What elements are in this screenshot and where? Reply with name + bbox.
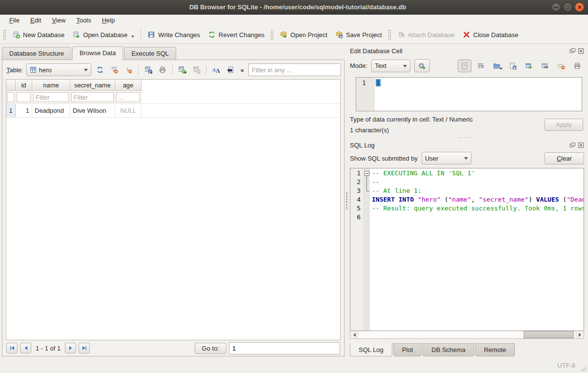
set-null-button[interactable] (554, 60, 568, 72)
open-database-button[interactable]: Open Database (68, 28, 138, 41)
sql-log-content[interactable]: -- EXECUTING ALL IN 'SQL 1'---- At line … (370, 168, 584, 331)
menu-edit[interactable]: Edit (25, 15, 46, 25)
scroll-left-arrow[interactable] (350, 331, 358, 338)
browse-data-frame: Table: hero (2, 60, 345, 356)
close-database-button[interactable]: Close Database (459, 28, 523, 41)
menu-tools[interactable]: Tools (71, 15, 96, 25)
cell-editor-content[interactable]: 1 (375, 78, 582, 111)
sql-log-editor[interactable]: 123456 -- EXECUTING ALL IN 'SQL 1'---- A… (350, 168, 584, 331)
open-project-button[interactable]: Open Project (276, 28, 331, 41)
row-number-cell[interactable]: 1 (6, 104, 16, 117)
write-changes-button[interactable]: Write Changes (143, 28, 204, 41)
tab-execute-sql[interactable]: Execute SQL (124, 47, 176, 60)
clear-log-button[interactable]: Clear (545, 152, 584, 165)
toolbar-drag-handle[interactable] (388, 29, 391, 40)
close-dock-icon[interactable] (578, 142, 584, 148)
copy-url-button[interactable] (538, 60, 552, 72)
table-select[interactable]: hero (26, 63, 91, 76)
left-panel: Database Structure Browse Data Execute S… (0, 44, 345, 358)
fold-marker-start[interactable] (363, 169, 370, 178)
controls-separator (138, 64, 139, 75)
word-wrap-button[interactable] (474, 60, 487, 72)
log-line-number: 5 (350, 204, 361, 213)
log-code-line: -- At line 1: (372, 186, 584, 195)
dock-tab-sql-log[interactable]: SQL Log (350, 343, 392, 356)
column-header-id[interactable]: id (16, 80, 32, 91)
print-table-button[interactable] (157, 63, 168, 76)
new-database-button[interactable]: New Database (8, 28, 68, 41)
clear-filter-icon (110, 66, 118, 74)
tab-database-structure[interactable]: Database Structure (2, 47, 71, 60)
mode-select[interactable]: Text (371, 60, 410, 72)
cell-editor[interactable]: 1 1 (356, 77, 582, 111)
print-cell-button[interactable] (570, 60, 584, 72)
text-mode-button[interactable] (458, 60, 471, 72)
resize-grip[interactable] (580, 365, 587, 372)
menu-file[interactable]: File (4, 15, 25, 25)
export-table-button[interactable] (142, 63, 154, 76)
menu-help[interactable]: Help (97, 15, 121, 25)
panel-splitter[interactable] (345, 44, 349, 358)
cell-name[interactable]: Deadpond (32, 104, 70, 117)
cell-id[interactable]: 1 (16, 104, 32, 117)
scrollbar-track[interactable] (358, 331, 576, 338)
table-icon (30, 66, 37, 73)
goto-input[interactable] (229, 342, 340, 354)
export-cell-data-button[interactable] (506, 60, 520, 72)
float-dock-icon[interactable] (569, 142, 576, 148)
minimize-button[interactable] (551, 2, 561, 12)
insert-record-button[interactable] (176, 63, 187, 76)
dock-tab-remote[interactable]: Remote (475, 343, 515, 356)
next-page-button[interactable] (65, 343, 76, 353)
menu-view[interactable]: View (46, 15, 71, 25)
close-dock-icon[interactable] (578, 48, 584, 54)
import-cell-data-button[interactable] (490, 60, 504, 72)
font-settings-button[interactable]: AA (210, 63, 222, 76)
find-in-table-button[interactable] (224, 63, 236, 76)
toolbar-drag-handle[interactable] (270, 29, 274, 40)
scrollbar-thumb[interactable] (524, 331, 574, 338)
clear-filters-button[interactable] (108, 63, 120, 76)
maximize-button[interactable] (563, 2, 572, 12)
submitted-by-select[interactable]: User (422, 152, 471, 165)
edit-cell-dock-header: Edit Database Cell (350, 46, 584, 55)
close-button[interactable] (575, 2, 584, 12)
log-code-line: INSERT INTO "hero" ("name", "secret_name… (372, 195, 584, 204)
goto-button[interactable]: Go to: (195, 343, 226, 354)
dock-tab-plot[interactable]: Plot (393, 343, 422, 356)
grid-corner-cell[interactable] (6, 80, 16, 91)
column-header-age[interactable]: age (115, 80, 142, 91)
cell-secret-name[interactable]: Dive Wilson (70, 104, 115, 117)
toolbar-overflow-button[interactable]: » (239, 66, 245, 74)
pagination-bar: 1 - 1 of 1 Go to: (2, 340, 344, 356)
sql-log-fold-margin[interactable] (363, 168, 370, 331)
dock-tab-db-schema[interactable]: DB Schema (423, 343, 474, 356)
column-header-name[interactable]: name (32, 80, 70, 91)
first-page-button[interactable] (6, 343, 18, 353)
filter-input-name[interactable] (33, 92, 69, 102)
last-page-button[interactable] (79, 343, 90, 353)
refresh-button[interactable] (94, 63, 105, 76)
clear-sort-button[interactable] (123, 63, 134, 76)
float-dock-icon[interactable] (569, 48, 576, 54)
scroll-right-arrow[interactable] (576, 331, 584, 338)
filter-input-secret-name[interactable] (71, 92, 114, 102)
sql-log-hscrollbar[interactable] (350, 331, 584, 339)
dock-splitter[interactable] (350, 134, 584, 141)
filter-input-age[interactable] (116, 92, 140, 102)
filter-input-rownum[interactable] (7, 92, 14, 102)
new-database-icon (12, 31, 20, 39)
cell-age[interactable]: NULL (115, 104, 142, 117)
revert-changes-button[interactable]: Revert Changes (204, 28, 268, 41)
filter-any-column-input[interactable] (248, 63, 341, 76)
tab-browse-data[interactable]: Browse Data (72, 46, 123, 60)
open-database-dropdown-arrow[interactable] (131, 36, 134, 39)
toolbar-drag-handle[interactable] (3, 29, 6, 40)
previous-page-button[interactable] (20, 343, 31, 353)
new-database-label: New Database (23, 31, 64, 39)
open-in-external-button[interactable] (522, 60, 536, 72)
filter-input-id[interactable] (17, 92, 31, 102)
save-project-button[interactable]: Save Project (331, 28, 386, 41)
apply-data-type-button[interactable] (414, 59, 430, 72)
column-header-secret-name[interactable]: secret_name (70, 80, 115, 91)
